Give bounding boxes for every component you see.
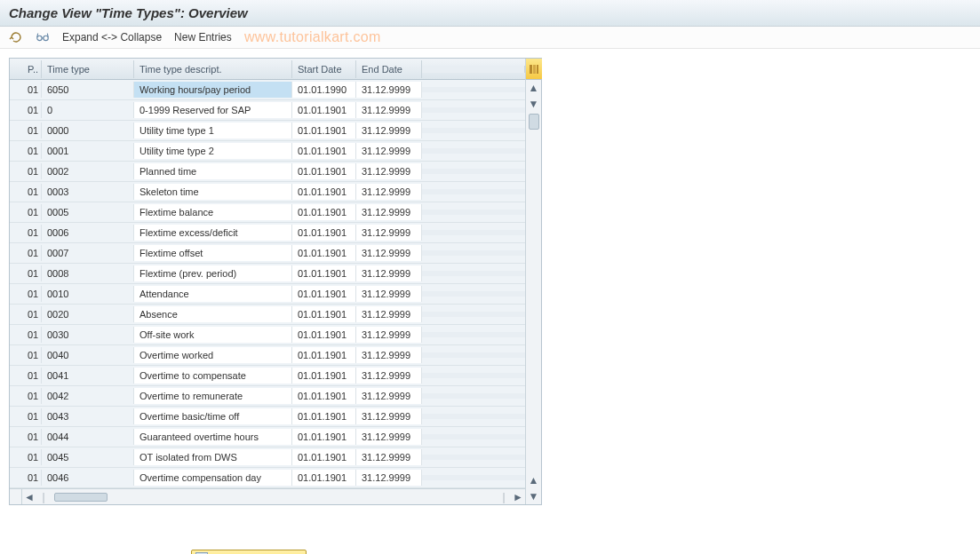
cell-p[interactable]: 01 <box>22 102 42 118</box>
cell-start-date[interactable]: 01.01.1901 <box>292 388 356 404</box>
cell-end-date[interactable]: 31.12.9999 <box>356 245 422 261</box>
cell-end-date[interactable]: 31.12.9999 <box>356 265 422 281</box>
cell-p[interactable]: 01 <box>22 286 42 302</box>
cell-end-date[interactable]: 31.12.9999 <box>356 327 422 343</box>
cell-description[interactable]: Utility time type 2 <box>134 143 292 159</box>
cell-p[interactable]: 01 <box>22 123 42 138</box>
cell-p[interactable]: 01 <box>22 143 42 159</box>
cell-time-type[interactable]: 0003 <box>42 184 134 200</box>
cell-description[interactable]: Working hours/pay period <box>134 82 292 98</box>
scroll-down-icon[interactable]: ▼ <box>526 96 542 112</box>
scroll-right-icon[interactable]: ► <box>511 490 525 504</box>
cell-time-type[interactable]: 0046 <box>42 470 134 486</box>
cell-description[interactable]: Overtime to remunerate <box>134 388 292 404</box>
cell-description[interactable]: Skeleton time <box>134 184 292 200</box>
cell-start-date[interactable]: 01.01.1901 <box>292 470 356 486</box>
cell-p[interactable]: 01 <box>22 225 42 241</box>
cell-start-date[interactable]: 01.01.1901 <box>292 123 356 138</box>
cell-p[interactable]: 01 <box>22 265 42 281</box>
cell-p[interactable]: 01 <box>22 470 42 486</box>
table-row[interactable]: 0100-1999 Reserved for SAP01.01.190131.1… <box>10 100 525 121</box>
scroll-left-icon[interactable]: ◄ <box>22 490 36 504</box>
cell-description[interactable]: OT isolated from DWS <box>134 449 292 465</box>
cell-time-type[interactable]: 0006 <box>42 225 134 241</box>
cell-description[interactable]: Flextime balance <box>134 204 292 220</box>
cell-p[interactable]: 01 <box>22 408 42 424</box>
cell-time-type[interactable]: 0045 <box>42 449 134 465</box>
cell-start-date[interactable]: 01.01.1901 <box>292 184 356 200</box>
cell-end-date[interactable]: 31.12.9999 <box>356 163 422 179</box>
table-row[interactable]: 010005Flextime balance01.01.190131.12.99… <box>10 202 525 223</box>
cell-end-date[interactable]: 31.12.9999 <box>356 286 422 302</box>
cell-start-date[interactable]: 01.01.1901 <box>292 225 356 241</box>
table-row[interactable]: 010042Overtime to remunerate01.01.190131… <box>10 386 525 407</box>
table-row[interactable]: 010006Flextime excess/deficit01.01.19013… <box>10 223 525 243</box>
cell-p[interactable]: 01 <box>22 449 42 465</box>
cell-start-date[interactable]: 01.01.1901 <box>292 143 356 159</box>
cell-time-type[interactable]: 0020 <box>42 306 134 322</box>
cell-time-type[interactable]: 0008 <box>42 265 134 281</box>
cell-time-type[interactable]: 0043 <box>42 408 134 424</box>
cell-end-date[interactable]: 31.12.9999 <box>356 225 422 241</box>
cell-description[interactable]: Utility time type 1 <box>134 123 292 138</box>
table-row[interactable]: 010002Planned time01.01.190131.12.9999 <box>10 162 525 182</box>
cell-p[interactable]: 01 <box>22 245 42 261</box>
cell-p[interactable]: 01 <box>22 429 42 445</box>
scroll-up-icon[interactable]: ▲ <box>526 472 542 488</box>
table-row[interactable]: 010043Overtime basic/time off01.01.19013… <box>10 407 525 427</box>
table-row[interactable]: 010001Utility time type 201.01.190131.12… <box>10 141 525 162</box>
cell-end-date[interactable]: 31.12.9999 <box>356 429 422 445</box>
cell-description[interactable]: 0-1999 Reserved for SAP <box>134 102 292 118</box>
cell-p[interactable]: 01 <box>22 163 42 179</box>
cell-time-type[interactable]: 0042 <box>42 388 134 404</box>
cell-start-date[interactable]: 01.01.1990 <box>292 82 356 98</box>
glasses-icon[interactable] <box>36 30 50 44</box>
cell-time-type[interactable]: 0007 <box>42 245 134 261</box>
cell-description[interactable]: Overtime worked <box>134 347 292 363</box>
cell-description[interactable]: Flextime excess/deficit <box>134 225 292 241</box>
cell-start-date[interactable]: 01.01.1901 <box>292 368 356 384</box>
table-row[interactable]: 010020Absence01.01.190131.12.9999 <box>10 305 525 325</box>
cell-time-type[interactable]: 0005 <box>42 204 134 220</box>
table-row[interactable]: 010044Guaranteed overtime hours01.01.190… <box>10 427 525 447</box>
cell-start-date[interactable]: 01.01.1901 <box>292 163 356 179</box>
cell-time-type[interactable]: 0044 <box>42 429 134 445</box>
cell-description[interactable]: Overtime basic/time off <box>134 408 292 424</box>
cell-p[interactable]: 01 <box>22 204 42 220</box>
cell-description[interactable]: Planned time <box>134 163 292 179</box>
cell-time-type[interactable]: 0001 <box>42 143 134 159</box>
cell-time-type[interactable]: 0041 <box>42 368 134 384</box>
cell-p[interactable]: 01 <box>22 327 42 343</box>
cell-end-date[interactable]: 31.12.9999 <box>356 102 422 118</box>
cell-end-date[interactable]: 31.12.9999 <box>356 184 422 200</box>
position-button[interactable]: ▦ Position... <box>191 550 307 554</box>
cell-end-date[interactable]: 31.12.9999 <box>356 82 422 98</box>
cell-start-date[interactable]: 01.01.1901 <box>292 327 356 343</box>
cell-p[interactable]: 01 <box>22 82 42 98</box>
configure-columns-icon[interactable] <box>526 59 542 80</box>
scroll-left-icon[interactable]: ❘ <box>36 490 51 504</box>
cell-start-date[interactable]: 01.01.1901 <box>292 449 356 465</box>
cell-p[interactable]: 01 <box>22 388 42 404</box>
v-scrollbar[interactable]: ▲ ▼ ▲ ▼ <box>525 59 541 504</box>
table-row[interactable]: 010030Off-site work01.01.190131.12.9999 <box>10 325 525 345</box>
header-time-type[interactable]: Time type <box>42 60 134 78</box>
refresh-icon[interactable] <box>9 30 23 44</box>
cell-end-date[interactable]: 31.12.9999 <box>356 408 422 424</box>
table-row[interactable]: 010007Flextime offset01.01.190131.12.999… <box>10 243 525 264</box>
cell-description[interactable]: Off-site work <box>134 327 292 343</box>
table-row[interactable]: 010003Skeleton time01.01.190131.12.9999 <box>10 182 525 202</box>
cell-end-date[interactable]: 31.12.9999 <box>356 470 422 486</box>
scroll-down-icon[interactable]: ▼ <box>526 488 542 504</box>
table-row[interactable]: 010040Overtime worked01.01.190131.12.999… <box>10 345 525 366</box>
cell-p[interactable]: 01 <box>22 368 42 384</box>
cell-end-date[interactable]: 31.12.9999 <box>356 143 422 159</box>
cell-description[interactable]: Absence <box>134 306 292 322</box>
h-scrollbar[interactable]: ◄ ❘ ❘ ► <box>10 488 525 504</box>
cell-end-date[interactable]: 31.12.9999 <box>356 306 422 322</box>
cell-time-type[interactable]: 0002 <box>42 163 134 179</box>
cell-start-date[interactable]: 01.01.1901 <box>292 204 356 220</box>
cell-end-date[interactable]: 31.12.9999 <box>356 449 422 465</box>
cell-description[interactable]: Guaranteed overtime hours <box>134 429 292 445</box>
cell-p[interactable]: 01 <box>22 306 42 322</box>
